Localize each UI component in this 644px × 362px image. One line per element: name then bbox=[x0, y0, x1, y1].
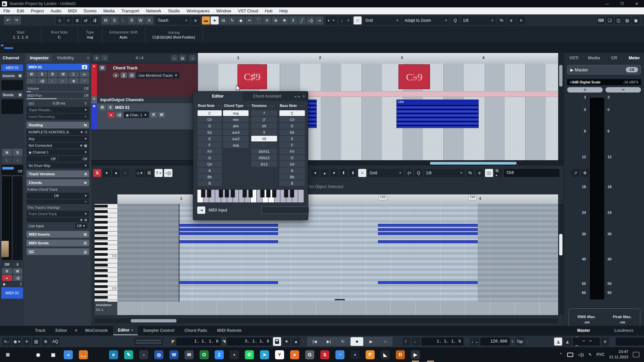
glue-tool[interactable]: ⌒ bbox=[254, 16, 262, 24]
notes-icon[interactable]: ✎ bbox=[124, 350, 133, 359]
undo-icon[interactable]: ↶ bbox=[4, 16, 12, 24]
go-start-button[interactable]: |◀ bbox=[308, 337, 321, 346]
midi-note[interactable] bbox=[378, 228, 478, 231]
menu-item[interactable]: Scores bbox=[80, 7, 100, 14]
crosshair-icon[interactable]: ✛ bbox=[23, 338, 31, 346]
language-indicator[interactable]: РУС bbox=[596, 352, 604, 357]
link-projects-icon[interactable]: ⛓ bbox=[145, 169, 153, 177]
onscreen-keyboard-icon[interactable]: ⌨ bbox=[597, 16, 605, 24]
midi-note[interactable] bbox=[378, 224, 478, 227]
app-icon[interactable]: S bbox=[320, 350, 329, 359]
chord-display-field[interactable]: Cb9 bbox=[504, 169, 559, 177]
tab-chord-pads[interactable]: Chord Pads bbox=[180, 326, 212, 335]
chord-type-option[interactable]: dim bbox=[223, 123, 249, 129]
network-tray-icon[interactable] bbox=[567, 353, 573, 357]
editor-settings-icon[interactable]: ⚙ bbox=[581, 169, 589, 177]
midi-part-sliver[interactable] bbox=[307, 100, 317, 128]
maximize-button[interactable]: ❐ bbox=[614, 0, 629, 7]
stop-button[interactable]: ■ bbox=[351, 337, 363, 346]
cr-button[interactable]: CR bbox=[626, 67, 638, 72]
editor-chord-flag-1[interactable]: Cb9 bbox=[379, 195, 387, 200]
snap-active-tool[interactable]: ▬ bbox=[202, 16, 210, 24]
right-zone-bottom-tab[interactable]: Master bbox=[564, 328, 604, 333]
zoom-tool[interactable]: ⊕ bbox=[272, 16, 280, 24]
write-automation-button[interactable]: W bbox=[13, 268, 23, 274]
autoscroll-setup-icon[interactable]: ⇶ bbox=[91, 16, 99, 24]
menu-item[interactable]: Transport bbox=[118, 7, 143, 14]
fader-cap[interactable] bbox=[1, 240, 9, 257]
root-note-option[interactable]: D bbox=[198, 123, 222, 129]
volume-tray-icon[interactable]: ◁)) bbox=[578, 352, 584, 357]
menu-item[interactable]: Hub bbox=[262, 7, 276, 14]
chord-record-icon[interactable]: ● bbox=[112, 72, 119, 78]
explorer-icon[interactable] bbox=[94, 350, 103, 359]
mute-button[interactable]: M bbox=[2, 149, 12, 156]
comp-tool[interactable]: ⫴ bbox=[289, 16, 297, 24]
tab-editor-1[interactable]: Editor bbox=[51, 326, 72, 335]
controller-lane[interactable] bbox=[117, 302, 558, 315]
gimp-icon[interactable]: G bbox=[305, 350, 314, 359]
record-enable-button[interactable]: ● bbox=[2, 275, 12, 281]
io-icon[interactable]: ⇄ bbox=[82, 16, 90, 24]
midi-note[interactable] bbox=[179, 228, 278, 231]
feedback-tool[interactable]: ⇝ bbox=[315, 16, 323, 24]
root-note-value[interactable]: C bbox=[58, 35, 61, 39]
folder-icon[interactable]: ▾ bbox=[91, 96, 97, 104]
color-tool-dropdown[interactable]: ◐▼ bbox=[326, 16, 337, 24]
chord-type-option[interactable]: aug bbox=[223, 142, 249, 148]
play-tool[interactable]: ◁) bbox=[307, 16, 315, 24]
grid-type-dropdown[interactable]: Adapt to Zoom▼ bbox=[402, 16, 449, 24]
inspector-button[interactable]: ▭ bbox=[79, 71, 90, 77]
sends-icon[interactable]: ▣ bbox=[18, 93, 22, 97]
editor-vscrollbar[interactable] bbox=[558, 204, 564, 315]
mute-tool[interactable]: ✕ bbox=[263, 16, 271, 24]
tab-visibility[interactable]: Visibility bbox=[53, 54, 77, 62]
chord-track-color-strip[interactable]: ≋ bbox=[91, 64, 97, 97]
click-pattern[interactable]: ‾ ‗ ‗ ‗ bbox=[573, 338, 600, 346]
hand-tool[interactable]: ✥ bbox=[280, 16, 288, 24]
note-grid[interactable] bbox=[117, 204, 558, 302]
midi-note[interactable] bbox=[179, 224, 278, 227]
inspector-button[interactable]: S bbox=[37, 71, 47, 77]
delay-value[interactable]: 0.00 ms bbox=[53, 101, 65, 105]
menu-item[interactable]: Help bbox=[276, 7, 291, 14]
chord-track-row[interactable]: ≋ M Chord Track ● ⣿ ⊡ Use Monitored Trac… bbox=[91, 64, 198, 97]
zone-splitter[interactable] bbox=[91, 160, 564, 166]
input-routing-dropdown[interactable]: Not Connected▼ ▦ bbox=[26, 142, 89, 148]
midi-note[interactable] bbox=[378, 240, 478, 243]
start-button[interactable]: ⊞ bbox=[3, 350, 12, 359]
aq-button[interactable]: AQ bbox=[51, 338, 59, 346]
volume-fader[interactable] bbox=[2, 176, 12, 260]
arrange-ruler[interactable]: 1234 bbox=[198, 53, 558, 64]
menu-item[interactable]: Audio bbox=[47, 7, 65, 14]
transpose-down-icon[interactable]: ⬇ bbox=[349, 169, 357, 177]
chord-type-option[interactable]: min bbox=[223, 117, 249, 122]
punch-in-icon[interactable]: ▼ bbox=[282, 338, 290, 346]
pc-icon[interactable] bbox=[426, 350, 435, 359]
automation-button[interactable]: M bbox=[102, 16, 110, 24]
root-note-option[interactable]: Eb bbox=[198, 129, 222, 135]
popup-nav-icon[interactable]: ▸ bbox=[298, 94, 300, 99]
meter-reset-button[interactable]: ⏮ bbox=[605, 87, 641, 93]
layers-dd-icon[interactable]: ⧉ ▾ bbox=[494, 169, 503, 177]
root-note-option[interactable]: B bbox=[198, 180, 222, 186]
inserts-slot[interactable] bbox=[1, 80, 23, 90]
output-any-dropdown[interactable]: Any▼ bbox=[26, 136, 89, 142]
record-mode-icon[interactable]: ◉ ▾ bbox=[12, 338, 21, 346]
midi-input-field[interactable] bbox=[261, 206, 309, 214]
hzoom-scrollbar[interactable] bbox=[430, 162, 517, 165]
quantize-preset-dropdown[interactable]: 1/8▼ bbox=[461, 16, 496, 24]
follow-chord-sub-dropdown[interactable]: ▼ bbox=[26, 199, 89, 204]
setup-window-icon[interactable]: ◇ bbox=[56, 16, 64, 24]
note-layers-icon[interactable]: ▯▯ bbox=[485, 169, 493, 177]
mixer-link-icon[interactable]: ▤ bbox=[32, 338, 40, 346]
program-selector[interactable]: Off bbox=[58, 156, 90, 162]
master-meter-header[interactable]: ▶ Master CR bbox=[567, 65, 641, 74]
firefox-icon[interactable]: 🦊 bbox=[79, 350, 88, 359]
network-icon[interactable]: ⊕ bbox=[42, 338, 50, 346]
pan-slider[interactable] bbox=[26, 98, 89, 99]
output-routing-dropdown[interactable]: KOMPLETE KONTROL A.▼ ⤨ bbox=[26, 129, 89, 135]
tempo-icon[interactable]: ♩₌ bbox=[470, 338, 479, 346]
listen-button[interactable]: L bbox=[2, 157, 12, 164]
tension-option[interactable]: j7 bbox=[251, 117, 277, 122]
